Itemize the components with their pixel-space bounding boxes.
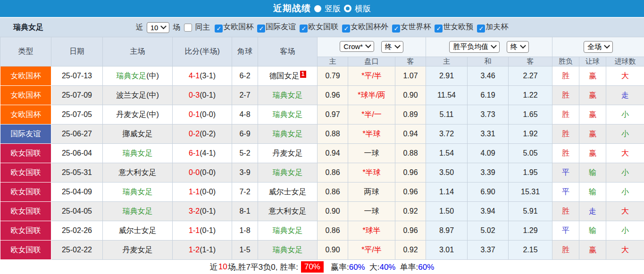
competition-checkbox[interactable]: ✓ xyxy=(300,25,308,33)
stat-value: 60% xyxy=(349,263,365,272)
odds-time-select[interactable]: 终 xyxy=(381,41,403,53)
competition-checkbox[interactable]: ✓ xyxy=(435,25,443,33)
home-team-cell: 瑞典女足 xyxy=(103,183,173,202)
handicap-result-cell: 赢 xyxy=(579,105,606,125)
away-team[interactable]: 意大利女足 xyxy=(269,207,307,215)
competition-checkbox[interactable]: ✓ xyxy=(215,25,223,33)
col-header-score: 比分(半场) xyxy=(173,37,232,66)
home-team[interactable]: 威尔士女足 xyxy=(119,226,157,234)
away-team[interactable]: 丹麦女足 xyxy=(273,149,303,157)
home-odds: 0.86 xyxy=(318,163,348,183)
away-odds: 1.07 xyxy=(395,66,426,86)
horizontal-layout-label[interactable]: 横版 xyxy=(355,3,371,14)
type-badge[interactable]: 女欧国杯 xyxy=(0,86,51,105)
type-badge[interactable]: 女欧国杯 xyxy=(0,105,51,125)
type-badge[interactable]: 欧女国联 xyxy=(0,202,51,221)
away-team[interactable]: 瑞典女足 xyxy=(273,226,303,234)
home-team[interactable]: 丹麦女足 xyxy=(123,246,153,254)
away-team-cell: 德国女足1 xyxy=(258,66,318,86)
match-score: 1-2(1-1) xyxy=(173,241,232,260)
home-team[interactable]: 瑞典女足 xyxy=(123,149,153,157)
type-badge[interactable]: 国际友谊 xyxy=(0,125,51,144)
home-odds: 0.79 xyxy=(318,66,348,86)
same-home-label[interactable]: 同主 xyxy=(195,23,210,33)
page-title: 近期战绩 xyxy=(273,2,311,15)
avg-type-select[interactable]: 胜平负均值 xyxy=(449,41,500,53)
home-odds: 0.86 xyxy=(318,183,348,202)
competition-label[interactable]: 国际友谊 xyxy=(266,23,296,31)
competition-label[interactable]: 加夫杯 xyxy=(485,23,508,31)
handicap-result-cell: 赢 xyxy=(579,86,606,105)
handicap-result-cell: 赢 xyxy=(579,125,606,144)
avg-draw-odds: 4.09 xyxy=(468,144,509,163)
away-team[interactable]: 威尔士女足 xyxy=(269,188,307,196)
away-team[interactable]: 瑞典女足 xyxy=(273,246,303,254)
home-team-cell: 瑞典女足 xyxy=(103,202,173,221)
avg-draw-odds: 5.02 xyxy=(468,221,509,241)
home-team[interactable]: 瑞典女足 xyxy=(123,188,153,196)
vertical-layout-radio[interactable] xyxy=(314,5,321,12)
home-team-cell: 丹麦女足(中) xyxy=(103,105,173,125)
avg-lose-odds: 15.31 xyxy=(509,183,552,202)
odds-company-select[interactable]: Crow* xyxy=(340,41,374,52)
competition-checkbox[interactable]: ✓ xyxy=(392,25,400,33)
home-team[interactable]: 意大利女足 xyxy=(119,168,157,176)
home-team[interactable]: 波兰女足 xyxy=(116,91,146,99)
chevron-down-icon xyxy=(520,42,526,49)
home-team-cell: 意大利女足 xyxy=(103,163,173,183)
chevron-down-icon xyxy=(394,42,401,49)
type-badge[interactable]: 欧女国联 xyxy=(0,241,51,260)
competition-checkbox[interactable]: ✓ xyxy=(257,25,265,33)
avg-lose-odds: 1.29 xyxy=(509,221,552,241)
away-team[interactable]: 瑞典女足 xyxy=(273,91,303,99)
type-badge[interactable]: 女欧国杯 xyxy=(0,66,51,86)
home-team[interactable]: 丹麦女足 xyxy=(116,110,146,118)
home-team[interactable]: 瑞典女足 xyxy=(116,72,146,80)
same-home-checkbox[interactable] xyxy=(184,24,192,32)
away-odds: 0.94 xyxy=(395,125,426,144)
avg-time-select[interactable]: 终 xyxy=(507,41,529,53)
handicap: 一球 xyxy=(348,144,395,163)
corner-score: 3-9 xyxy=(232,163,258,183)
full-time-score: 4-1 xyxy=(189,72,200,80)
away-odds: 0.96 xyxy=(395,221,426,241)
type-badge[interactable]: 欧女国联 xyxy=(0,183,51,202)
home-odds: 0.90 xyxy=(318,202,348,221)
sub-col-header: 主 xyxy=(426,57,468,66)
away-odds: 0.96 xyxy=(395,163,426,183)
match-row: 女欧国杯25-07-13瑞典女足(中)4-1(3-1)6-2德国女足10.79*… xyxy=(0,66,644,86)
corner-score: 2-7 xyxy=(232,86,258,105)
avg-win-odds: 1.14 xyxy=(426,183,468,202)
home-odds: 0.96 xyxy=(318,86,348,105)
match-date: 25-07-13 xyxy=(51,66,103,86)
away-odds: 0.89 xyxy=(395,105,426,125)
match-count-select[interactable]: 10 xyxy=(147,22,170,33)
horizontal-layout-radio[interactable] xyxy=(344,5,351,12)
type-badge[interactable]: 欧女国联 xyxy=(0,144,51,163)
competition-label[interactable]: 女欧国杯 xyxy=(223,23,253,31)
competition-label[interactable]: 欧女国联 xyxy=(308,23,338,31)
vertical-layout-label[interactable]: 竖版 xyxy=(325,3,341,14)
competition-checkbox[interactable]: ✓ xyxy=(342,25,350,33)
match-date: 25-06-04 xyxy=(51,144,103,163)
away-team[interactable]: 瑞典女足 xyxy=(273,168,303,176)
match-date: 25-06-27 xyxy=(51,125,103,144)
away-team[interactable]: 瑞典女足 xyxy=(273,130,303,138)
home-odds: 0.97 xyxy=(318,105,348,125)
away-odds: 0.90 xyxy=(395,86,426,105)
home-team[interactable]: 挪威女足 xyxy=(123,130,153,138)
away-team[interactable]: 德国女足 xyxy=(269,72,300,80)
home-team[interactable]: 瑞典女足 xyxy=(123,207,153,215)
avg-win-odds: 11.54 xyxy=(426,86,468,105)
type-badge[interactable]: 欧女国联 xyxy=(0,163,51,183)
avg-odds-group: 胜平负均值 终 xyxy=(426,37,552,57)
handicap: *球半/两 xyxy=(348,86,395,105)
competition-label[interactable]: 世女欧预 xyxy=(443,23,473,31)
competition-checkbox[interactable]: ✓ xyxy=(477,25,485,33)
competition-label[interactable]: 女世界杯 xyxy=(401,23,431,31)
away-team[interactable]: 瑞典女足 xyxy=(273,110,303,118)
half-time-score: (0-1) xyxy=(200,207,216,215)
type-badge[interactable]: 欧女国联 xyxy=(0,221,51,241)
scope-select[interactable]: 全场 xyxy=(584,41,613,53)
competition-label[interactable]: 女欧国杯外 xyxy=(351,23,388,31)
